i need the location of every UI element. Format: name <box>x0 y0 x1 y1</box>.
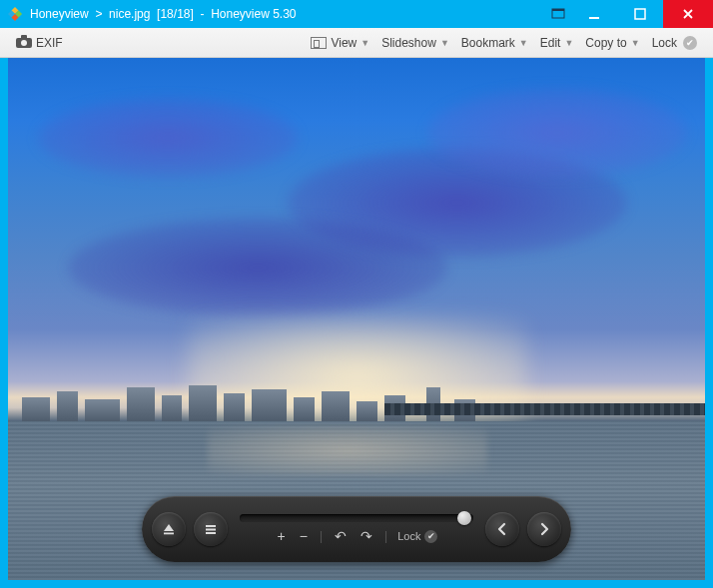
zoom-out-button[interactable]: − <box>298 528 310 544</box>
title-sep: > <box>95 7 102 21</box>
chevron-down-icon: ▼ <box>564 38 573 48</box>
svg-point-10 <box>21 40 27 46</box>
chevron-down-icon: ▼ <box>631 38 640 48</box>
rotate-right-button[interactable]: ↷ <box>358 528 374 544</box>
title-counter: [18/18] <box>157 7 194 21</box>
svg-rect-6 <box>589 17 599 19</box>
close-button[interactable] <box>663 0 713 28</box>
exif-button[interactable]: EXIF <box>10 32 69 54</box>
player-lock-label: Lock <box>397 530 420 542</box>
copyto-label: Copy to <box>585 36 626 50</box>
chevron-down-icon: ▼ <box>519 38 528 48</box>
chevron-down-icon: ▼ <box>360 38 369 48</box>
title-filename: nice.jpg <box>109 7 150 21</box>
title-dash: - <box>200 7 204 21</box>
svg-rect-9 <box>21 35 27 39</box>
slider-thumb[interactable] <box>457 511 471 525</box>
camera-icon <box>16 35 32 51</box>
edit-menu[interactable]: Edit ▼ <box>534 33 580 53</box>
app-icon <box>6 5 24 23</box>
chevron-down-icon: ▼ <box>440 38 449 48</box>
menu-button[interactable] <box>194 512 228 546</box>
divider: | <box>320 529 323 543</box>
lock-label: Lock <box>652 36 677 50</box>
title-app: Honeyview <box>30 7 89 21</box>
player-controls: + − | ↶ ↷ | Lock ✔ <box>236 514 477 544</box>
view-icon <box>311 37 327 49</box>
svg-rect-11 <box>164 533 174 535</box>
svg-rect-7 <box>635 9 645 19</box>
maximize-button[interactable] <box>617 0 663 28</box>
view-label: View <box>331 36 356 50</box>
svg-rect-5 <box>552 9 564 11</box>
next-button[interactable] <box>527 512 561 546</box>
check-circle-icon: ✔ <box>424 530 437 543</box>
toolbar: EXIF View ▼ Slideshow ▼ Bookmark ▼ Edit … <box>0 28 713 58</box>
svg-rect-12 <box>206 525 216 527</box>
window-controls <box>545 0 713 28</box>
title-version: Honeyview 5.30 <box>211 7 296 21</box>
window-title: Honeyview > nice.jpg [18/18] - Honeyview… <box>30 7 545 21</box>
slideshow-menu[interactable]: Slideshow ▼ <box>375 33 455 53</box>
window-help-icon[interactable] <box>545 0 571 28</box>
minimize-button[interactable] <box>571 0 617 28</box>
player-lock-toggle[interactable]: Lock ✔ <box>397 530 437 543</box>
check-circle-icon: ✔ <box>683 36 697 50</box>
window-titlebar: Honeyview > nice.jpg [18/18] - Honeyview… <box>0 0 713 28</box>
image-viewport[interactable]: + − | ↶ ↷ | Lock ✔ <box>8 58 705 580</box>
copyto-menu[interactable]: Copy to ▼ <box>579 33 645 53</box>
rotate-left-button[interactable]: ↶ <box>333 528 349 544</box>
edit-label: Edit <box>540 36 561 50</box>
bookmark-menu[interactable]: Bookmark ▼ <box>455 33 534 53</box>
player-bar: + − | ↶ ↷ | Lock ✔ <box>142 496 571 562</box>
eject-button[interactable] <box>152 512 186 546</box>
slideshow-label: Slideshow <box>381 36 436 50</box>
lock-toggle[interactable]: Lock ✔ <box>646 33 703 53</box>
exif-label: EXIF <box>36 36 63 50</box>
svg-rect-14 <box>206 532 216 534</box>
bookmark-label: Bookmark <box>461 36 515 50</box>
previous-button[interactable] <box>485 512 519 546</box>
svg-rect-13 <box>206 529 216 531</box>
zoom-in-button[interactable]: + <box>276 528 288 544</box>
progress-slider[interactable] <box>240 514 473 522</box>
divider: | <box>384 529 387 543</box>
view-menu[interactable]: View ▼ <box>305 33 375 53</box>
